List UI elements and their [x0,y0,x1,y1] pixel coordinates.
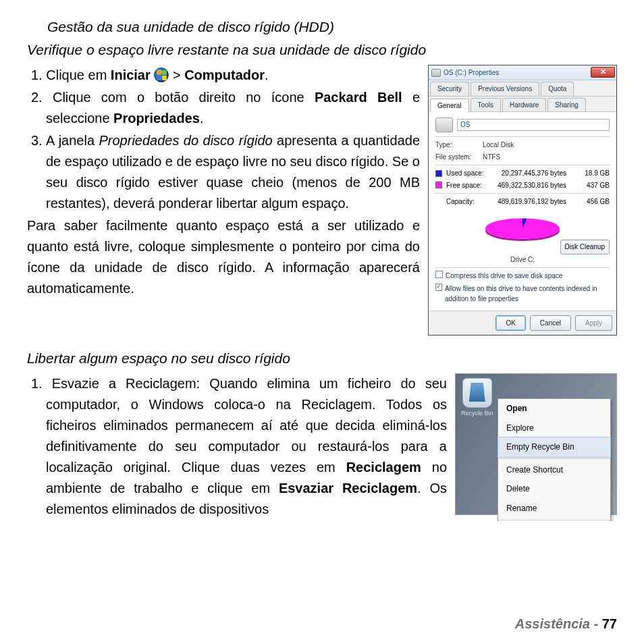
desktop-background: Recycle Bin Open Explore Empty Recycle B… [455,373,617,515]
footer-label: Assistência - [515,616,602,631]
tab-quota[interactable]: Quota [541,82,574,96]
menu-explore[interactable]: Explore [498,419,610,438]
usage-pie-chart: Disk Cleanup [435,210,610,257]
index-label: Allow files on this drive to have conten… [445,284,610,304]
menu-rename[interactable]: Rename [498,499,610,518]
step-number: 1. [31,376,43,391]
step-bold: Propriedades [113,111,200,126]
subsection-check-free-space: Verifique o espaço livre restante na sua… [27,42,617,58]
step-text: Clique em [46,68,111,82]
capacity-bytes: 489,619,976,192 bytes [492,196,566,207]
divider [435,193,610,194]
subsection-free-space: Libertar algum espaço no seu disco rígid… [27,350,617,367]
pie-icon [485,218,560,238]
apply-button[interactable]: Apply [575,315,612,331]
step-text: . [200,111,204,126]
page-footer: Assistência - 77 [515,616,617,632]
step-italic: Propriedades do disco rígido [99,133,272,148]
titlebar: OS (C:) Properties ✕ [429,65,616,80]
recycle-bin-label: Recycle Bin [461,409,493,419]
tab-sharing[interactable]: Sharing [547,98,585,112]
compress-label: Compress this drive to save disk space [446,271,562,281]
type-value: Local Disk [483,140,514,151]
free-space-row: Free space: 469,322,530,816 bytes 437 GB [435,180,610,191]
menu-separator [498,520,610,520]
ok-button[interactable]: OK [495,315,525,331]
step-text: > [169,68,184,82]
section-title: Gestão da sua unidade de disco rígido (H… [47,19,617,35]
filesystem-value: NTFS [483,152,500,163]
tab-hardware[interactable]: Hardware [502,98,546,112]
step-number: 3. [31,133,43,148]
step-text: . [265,68,269,82]
step-text: A janela [46,133,99,148]
tab-security[interactable]: Security [430,82,469,96]
used-gb: 18.9 GB [566,168,610,179]
free-color-swatch [435,182,442,188]
tab-general[interactable]: General [430,99,469,113]
menu-empty-recycle-bin[interactable]: Empty Recycle Bin [498,437,611,458]
recycle-context-figure: Recycle Bin Open Explore Empty Recycle B… [455,373,617,515]
tabs-row-top: Security Previous Versions Quota [429,80,616,97]
menu-delete[interactable]: Delete [498,479,610,499]
step-number: 2. [31,90,43,105]
step-bold: Iniciar [111,68,151,82]
dialog-buttons: OK Cancel Apply [429,311,616,336]
tab-previous-versions[interactable]: Previous Versions [471,82,539,96]
capacity-row: Capacity: 489,619,976,192 bytes 456 GB [435,196,610,207]
menu-open[interactable]: Open [498,399,610,419]
used-space-row: Used space: 20,297,445,376 bytes 18.9 GB [435,168,610,179]
step-bold: Esvaziar Reciclagem [279,481,417,495]
filesystem-label: File system: [435,152,483,163]
tabs-row-bottom: General Tools Hardware Sharing [429,97,616,113]
step-number: 1. [31,68,43,82]
capacity-gb: 456 GB [566,196,610,207]
compress-checkbox[interactable] [435,271,443,278]
volume-name-input[interactable]: OS [457,119,610,131]
free-label: Free space: [446,180,492,191]
context-menu: Open Explore Empty Recycle Bin Create Sh… [498,398,611,521]
used-label: Used space: [446,168,492,179]
free-gb: 437 GB [566,180,610,191]
free-bytes: 469,322,530,816 bytes [492,180,566,191]
disk-cleanup-button[interactable]: Disk Cleanup [560,240,610,254]
drive-icon [431,69,441,77]
close-button[interactable]: ✕ [591,67,615,78]
divider [435,267,610,268]
drive-icon-large [435,117,453,132]
index-checkbox[interactable]: ✓ [435,284,442,291]
menu-separator [498,458,610,459]
used-color-swatch [435,170,442,177]
window-title: OS (C:) Properties [444,68,499,78]
step-bold: Packard Bell [315,90,402,105]
capacity-label: Capacity: [446,196,492,207]
divider [435,165,610,165]
recycle-bin-desktop-icon[interactable]: Recycle Bin [461,378,493,419]
used-bytes: 20,297,445,376 bytes [492,168,566,179]
cancel-button[interactable]: Cancel [530,315,571,331]
page-number: 77 [602,616,617,631]
properties-dialog-figure: OS (C:) Properties ✕ Security Previous V… [428,65,617,336]
tab-tools[interactable]: Tools [471,98,501,112]
properties-window: OS (C:) Properties ✕ Security Previous V… [428,65,617,336]
step-text: Clique com o botão direito no ícone [53,90,315,105]
step-bold: Computador [184,68,265,82]
step-bold: Reciclagem [346,460,421,475]
type-label: Type: [435,140,483,151]
menu-create-shortcut[interactable]: Create Shortcut [498,460,610,480]
start-orb-icon [154,68,169,82]
properties-body: OS Type:Local Disk File system:NTFS Used… [429,112,616,311]
recycle-bin-icon [462,378,492,408]
divider [435,136,610,137]
